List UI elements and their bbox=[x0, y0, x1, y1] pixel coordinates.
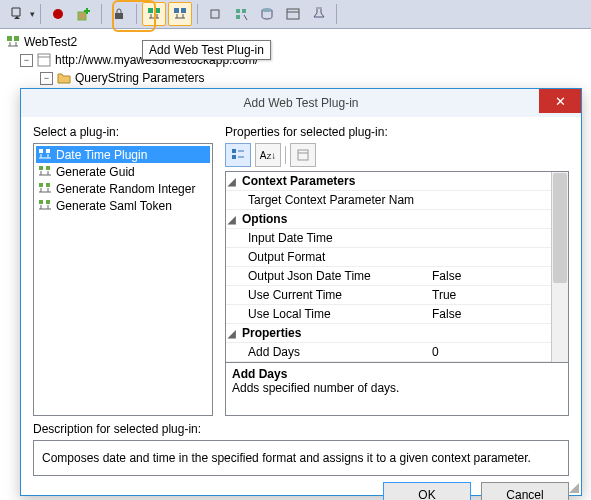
dialog-titlebar[interactable]: Add Web Test Plug-in ✕ bbox=[21, 89, 581, 117]
property-row[interactable]: Add Days0 bbox=[226, 343, 552, 362]
svg-rect-7 bbox=[211, 10, 219, 18]
property-row[interactable]: Target Context Parameter Nam bbox=[226, 191, 552, 210]
property-name: Use Current Time bbox=[226, 288, 428, 302]
plugin-icon bbox=[38, 165, 52, 179]
add-request-plugin-button[interactable] bbox=[168, 2, 192, 26]
toolbar-btn-a[interactable] bbox=[203, 2, 227, 26]
select-plugin-label: Select a plug-in: bbox=[33, 125, 213, 139]
svg-rect-21 bbox=[46, 200, 50, 204]
ok-button[interactable]: OK bbox=[383, 482, 471, 500]
category-name: Context Parameters bbox=[238, 174, 428, 188]
ok-label: OK bbox=[418, 488, 435, 500]
property-category[interactable]: ◢Options bbox=[226, 210, 552, 229]
tree-root[interactable]: WebTest2 bbox=[6, 33, 585, 51]
property-row[interactable]: Input Date Time bbox=[226, 229, 552, 248]
property-value[interactable]: False bbox=[428, 269, 552, 283]
plugin-item[interactable]: Generate Random Integer bbox=[36, 180, 210, 197]
propgrid-toolbar: AZ↓ bbox=[225, 143, 569, 171]
lock-button[interactable] bbox=[107, 2, 131, 26]
property-value[interactable]: True bbox=[428, 288, 552, 302]
tree-url-node[interactable]: − http://www.myawesomestockapp.com/ bbox=[6, 51, 585, 69]
svg-rect-19 bbox=[46, 183, 50, 187]
tree-qs-node[interactable]: − QueryString Parameters bbox=[6, 69, 585, 87]
svg-rect-13 bbox=[38, 54, 50, 66]
plugin-item-label: Date Time Plugin bbox=[56, 148, 147, 162]
svg-rect-5 bbox=[174, 8, 179, 13]
property-value[interactable]: False bbox=[428, 307, 552, 321]
property-row[interactable]: Use Current TimeTrue bbox=[226, 286, 552, 305]
dropdown-button[interactable] bbox=[6, 2, 30, 26]
categorized-button[interactable] bbox=[225, 143, 251, 167]
svg-rect-9 bbox=[287, 9, 299, 19]
category-name: Options bbox=[238, 212, 428, 226]
add-datasource-button[interactable] bbox=[255, 2, 279, 26]
plugin-item[interactable]: Generate Saml Token bbox=[36, 197, 210, 214]
svg-rect-20 bbox=[39, 200, 43, 204]
property-name: Add Days bbox=[226, 345, 428, 359]
property-category[interactable]: ◢Properties bbox=[226, 324, 552, 343]
svg-rect-11 bbox=[7, 36, 12, 41]
property-name: Output Format bbox=[226, 250, 428, 264]
property-pages-button[interactable] bbox=[290, 143, 316, 167]
properties-label: Properties for selected plug-in: bbox=[225, 125, 569, 139]
tooltip-text: Add Web Test Plug-in bbox=[149, 43, 264, 57]
property-name: Output Json Date Time bbox=[226, 269, 428, 283]
set-credentials-button[interactable] bbox=[281, 2, 305, 26]
tree-root-label: WebTest2 bbox=[24, 35, 77, 49]
parameterize-button[interactable] bbox=[229, 2, 253, 26]
plugin-item[interactable]: Generate Guid bbox=[36, 163, 210, 180]
chevron-down-icon: ◢ bbox=[226, 176, 238, 187]
plugin-item-label: Generate Guid bbox=[56, 165, 135, 179]
add-web-test-plugin-button[interactable] bbox=[142, 2, 166, 26]
property-name: Use Local Time bbox=[226, 307, 428, 321]
plugin-item-label: Generate Random Integer bbox=[56, 182, 195, 196]
expander-icon[interactable]: − bbox=[20, 54, 33, 67]
add-recording-button[interactable] bbox=[72, 2, 96, 26]
property-row[interactable]: Use Local TimeFalse bbox=[226, 305, 552, 324]
property-category[interactable]: ◢Context Parameters bbox=[226, 172, 552, 191]
resize-grip[interactable] bbox=[567, 481, 579, 493]
svg-point-8 bbox=[262, 8, 272, 12]
cancel-button[interactable]: Cancel bbox=[481, 482, 569, 500]
toolbar: ▾ bbox=[0, 0, 591, 29]
plugin-list[interactable]: Date Time PluginGenerate GuidGenerate Ra… bbox=[33, 143, 213, 416]
property-row[interactable]: Output Format bbox=[226, 248, 552, 267]
dialog-title: Add Web Test Plug-in bbox=[244, 96, 359, 110]
test-tree: WebTest2 − http://www.myawesomestockapp.… bbox=[0, 29, 591, 91]
alphabetical-button[interactable]: AZ↓ bbox=[255, 143, 281, 167]
property-row[interactable]: Output Json Date TimeFalse bbox=[226, 267, 552, 286]
webtest-icon bbox=[6, 35, 20, 49]
svg-rect-2 bbox=[115, 13, 123, 19]
property-help-text: Adds specified number of days. bbox=[232, 381, 562, 395]
svg-rect-4 bbox=[155, 8, 160, 13]
property-grid[interactable]: ◢Context ParametersTarget Context Parame… bbox=[225, 171, 569, 416]
cancel-label: Cancel bbox=[506, 488, 543, 500]
add-plugin-dialog: Add Web Test Plug-in ✕ Select a plug-in:… bbox=[20, 88, 582, 496]
chevron-down-icon: ◢ bbox=[226, 328, 238, 339]
svg-rect-6 bbox=[181, 8, 186, 13]
svg-rect-24 bbox=[298, 150, 308, 160]
expander-icon[interactable]: − bbox=[40, 72, 53, 85]
chevron-down-icon: ▾ bbox=[30, 9, 35, 19]
svg-rect-15 bbox=[46, 149, 50, 153]
svg-rect-16 bbox=[39, 166, 43, 170]
svg-point-0 bbox=[53, 9, 63, 19]
tree-qs-label: QueryString Parameters bbox=[75, 71, 204, 85]
record-button[interactable] bbox=[46, 2, 70, 26]
property-value[interactable]: 0 bbox=[428, 345, 552, 359]
svg-rect-22 bbox=[232, 149, 236, 153]
generate-code-button[interactable] bbox=[307, 2, 331, 26]
property-help: Add Days Adds specified number of days. bbox=[226, 362, 568, 415]
description-text: Composes date and time in the specified … bbox=[42, 451, 531, 465]
scrollbar-thumb[interactable] bbox=[553, 173, 567, 283]
close-button[interactable]: ✕ bbox=[539, 89, 581, 113]
tooltip: Add Web Test Plug-in bbox=[142, 40, 271, 60]
property-help-title: Add Days bbox=[232, 367, 562, 381]
plugin-item[interactable]: Date Time Plugin bbox=[36, 146, 210, 163]
svg-rect-3 bbox=[148, 8, 153, 13]
scrollbar[interactable] bbox=[551, 172, 568, 362]
svg-rect-23 bbox=[232, 155, 236, 159]
svg-rect-18 bbox=[39, 183, 43, 187]
property-name: Input Date Time bbox=[226, 231, 428, 245]
svg-rect-10 bbox=[316, 7, 322, 9]
